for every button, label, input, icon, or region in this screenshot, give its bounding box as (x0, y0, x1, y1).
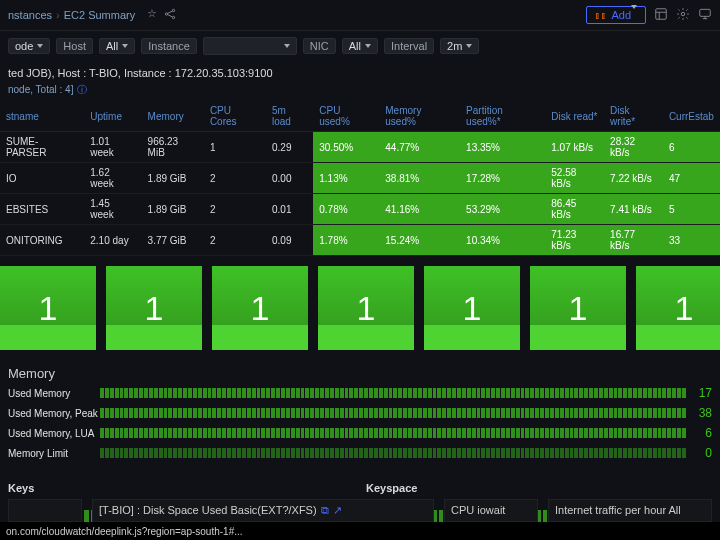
table-row[interactable]: SUME-PARSER1.01 week966.23 MiB10.2930.50… (0, 132, 720, 163)
disk-panel-title[interactable]: [T-BIO] : Disk Space Used Basic(EXT?/XFS… (92, 499, 434, 522)
chevron-down-icon (631, 5, 637, 21)
col-header[interactable]: Disk read* (545, 101, 604, 132)
col-header[interactable]: Partition used%* (460, 101, 545, 132)
nic-select[interactable]: All (342, 38, 378, 54)
col-header[interactable]: 5m load (266, 101, 313, 132)
add-button[interactable]: ⫾⫾Add (586, 6, 646, 24)
external-link-icon: ↗ (333, 504, 342, 516)
table-row[interactable]: EBSITES1.45 week1.89 GiB20.010.78%41.16%… (0, 194, 720, 225)
status-bar: on.com/cloudwatch/deeplink.js?region=ap-… (0, 522, 720, 540)
memory-row: Memory Limit0 (8, 445, 712, 461)
col-header[interactable]: Disk write* (604, 101, 663, 132)
copy-icon: ⧉ (321, 504, 329, 516)
col-header[interactable]: CPU Cores (204, 101, 266, 132)
memory-row: Used Memory17 (8, 385, 712, 401)
chevron-down-icon (37, 44, 43, 48)
interval-label: Interval (384, 38, 434, 54)
monitor-icon[interactable] (698, 7, 712, 23)
nic-label: NIC (303, 38, 336, 54)
col-header[interactable]: Memory (142, 101, 204, 132)
col-header[interactable]: Memory used% (379, 101, 460, 132)
count-card[interactable]: 1 (318, 266, 414, 350)
count-card[interactable]: 1 (0, 266, 96, 350)
col-header[interactable]: CurrEstab (663, 101, 720, 132)
breadcrumb[interactable]: nstances›EC2 Summary (8, 9, 135, 21)
traffic-panel-title[interactable]: Internet traffic per hour All (548, 499, 712, 522)
col-header[interactable]: stname (0, 101, 84, 132)
instance-label: Instance (141, 38, 197, 54)
count-card[interactable]: 1 (212, 266, 308, 350)
instances-table: stnameUptimeMemoryCPU Cores5m loadCPU us… (0, 101, 720, 256)
col-header[interactable]: Uptime (84, 101, 141, 132)
filter-bar: ode Host All Instance NIC All Interval 2… (0, 31, 720, 61)
count-card[interactable]: 1 (530, 266, 626, 350)
share-icon[interactable] (163, 7, 177, 23)
table-header-row: stnameUptimeMemoryCPU Cores5m loadCPU us… (0, 101, 720, 132)
svg-point-4 (681, 12, 685, 16)
count-card[interactable]: 1 (636, 266, 720, 350)
table-row[interactable]: IO1.62 week1.89 GiB20.001.13%38.81%17.28… (0, 163, 720, 194)
panel-stub[interactable] (8, 499, 82, 522)
star-icon[interactable]: ☆ (147, 7, 157, 23)
count-card[interactable]: 1 (106, 266, 202, 350)
node-select[interactable]: ode (8, 38, 50, 54)
keyspace-title: Keyspace (366, 482, 712, 494)
svg-point-0 (166, 13, 168, 15)
memory-row: Used Memory, Peak38 (8, 405, 712, 421)
count-card[interactable]: 1 (424, 266, 520, 350)
svg-rect-5 (700, 9, 711, 16)
col-header[interactable]: CPU used% (313, 101, 379, 132)
card-row: 11111111 (0, 256, 720, 360)
memory-panel: Memory Used Memory17Used Memory, Peak38U… (0, 360, 720, 467)
svg-rect-3 (656, 9, 667, 20)
svg-point-1 (173, 9, 175, 11)
memory-title: Memory (8, 366, 712, 381)
info-icon[interactable]: ⓘ (77, 84, 87, 95)
top-bar: nstances›EC2 Summary ☆ ⫾⫾Add (0, 0, 720, 31)
svg-point-2 (173, 16, 175, 18)
dashboard-icon[interactable] (654, 7, 668, 23)
cpu-iowait-title[interactable]: CPU iowait (444, 499, 538, 522)
row-header[interactable]: node, Total : 4]ⓘ (0, 81, 720, 101)
gear-icon[interactable] (676, 7, 690, 23)
keys-title: Keys (8, 482, 354, 494)
instance-select[interactable] (203, 37, 297, 55)
interval-select[interactable]: 2m (440, 38, 479, 54)
host-label: Host (56, 38, 93, 54)
table-row[interactable]: ONITORING2.10 day3.77 GiB20.091.78%15.24… (0, 225, 720, 256)
memory-row: Used Memory, LUA6 (8, 425, 712, 441)
host-select[interactable]: All (99, 38, 135, 54)
page-title: ted JOB), Host : T-BIO, Instance : 172.2… (0, 61, 720, 81)
